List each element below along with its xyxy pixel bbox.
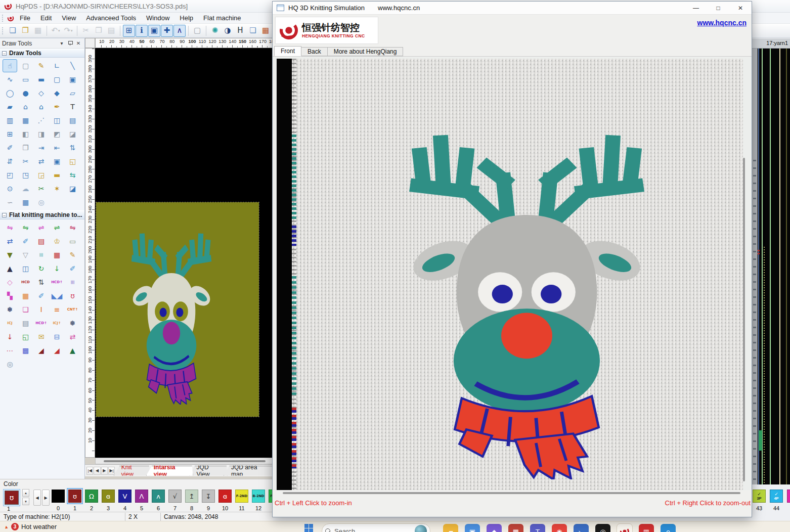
palette-color-2[interactable]: Ω2	[85, 490, 98, 511]
fill-gradient-tool[interactable]: ◩	[50, 127, 64, 141]
dashed-diagonal-tool[interactable]: ⋰	[34, 114, 49, 127]
transfer-back-tool[interactable]: ⇋	[18, 221, 33, 234]
palette-color-9[interactable]: ↧9	[202, 490, 215, 511]
menu-flat-machine[interactable]: Flat machine	[199, 13, 245, 23]
yarn-swatch-45[interactable]: ✓5P	[787, 490, 790, 503]
repeat-loop-tool[interactable]: ↻	[34, 262, 49, 275]
eraser-tool[interactable]: ◪	[65, 182, 80, 195]
diamond-pink-tool[interactable]: ◇	[3, 276, 17, 289]
parallelogram-filled-tool[interactable]: ▰	[3, 100, 17, 113]
magic-wand-tool[interactable]: ✶	[50, 182, 64, 195]
palette-color-12[interactable]: B-2ND12	[252, 490, 265, 511]
sim-tab-back[interactable]: Back	[301, 47, 328, 56]
step-dark-tool[interactable]: ◢	[34, 344, 49, 357]
transfer-swap-tool[interactable]: ⇋	[65, 221, 80, 234]
current-color-swatch[interactable]: ʊ	[5, 491, 19, 505]
palette-swatch-8[interactable]: ↥	[185, 490, 198, 503]
tab-nav-1[interactable]: ◀	[94, 467, 100, 475]
edit-sheet-tool[interactable]: ✎	[65, 248, 80, 261]
taskbar-icon-terminal[interactable]: ›_	[574, 524, 589, 532]
transfer-mixed-tool[interactable]: ⇌	[34, 221, 49, 234]
red-pattern-tool[interactable]: ▦	[50, 248, 64, 261]
t-shirt-tool[interactable]: ▽	[18, 248, 33, 261]
palette-swatch-0[interactable]	[52, 490, 65, 503]
pattern-area[interactable]	[96, 202, 259, 417]
copy-button[interactable]: ❐	[93, 25, 105, 37]
select-region-button[interactable]: ▢	[191, 25, 203, 37]
distribute-vertical-alt-tool[interactable]: ⇵	[3, 155, 17, 168]
tab-jqd-view[interactable]: JQD View	[189, 466, 228, 476]
four-square-grid-tool[interactable]: ⊞	[3, 127, 17, 141]
vertical-lines-tool[interactable]: ▥	[3, 114, 17, 127]
note-edit-tool[interactable]: ✉	[34, 330, 49, 343]
taskbar-icon-store[interactable]: ▣	[465, 524, 480, 532]
ramp-red-tool[interactable]: ◢	[50, 344, 64, 357]
menu-view[interactable]: View	[57, 13, 80, 23]
cut-button[interactable]: ✂	[80, 25, 92, 37]
palette-color-3[interactable]: ɞ3	[102, 490, 115, 511]
align-right-tool[interactable]: ⇤	[50, 141, 64, 154]
palette-swatch-4[interactable]: V	[118, 490, 131, 503]
taskbar-icon-camera[interactable]: ◎	[595, 524, 610, 532]
panel-menu-icon[interactable]: ▾	[58, 40, 66, 46]
tab-nav-3[interactable]: ▶|	[108, 467, 115, 475]
ellipse-outline-tool[interactable]: ◯	[3, 86, 17, 100]
blue-peaks-tool[interactable]: ◣◢	[50, 289, 64, 302]
palette-swatch-2[interactable]: Ω	[85, 490, 98, 503]
frame-right-tool[interactable]: ◳	[18, 168, 33, 182]
palette-color-5[interactable]: Λ5	[135, 490, 148, 511]
target-dial-tool[interactable]: ◎	[3, 358, 17, 371]
paste-button[interactable]: ▤	[105, 25, 117, 37]
download-green-tool[interactable]: ↓	[50, 262, 64, 275]
palette-swatch-3[interactable]: ɞ	[102, 490, 115, 503]
bed-links-tool[interactable]: ⊟	[50, 330, 64, 343]
gold-bar-tool[interactable]: ▬	[50, 168, 64, 182]
start-button[interactable]	[304, 524, 314, 532]
menubar-drag-handle[interactable]	[2, 15, 4, 22]
triple-columns-tool[interactable]: |||	[34, 248, 49, 261]
taskbar-icon-installer[interactable]: ▥	[639, 524, 654, 532]
crop-image-tool[interactable]: ✂	[34, 182, 49, 195]
paint-ball-tool[interactable]: ✐	[18, 235, 33, 248]
polygon-filled-tool[interactable]: ⌂	[34, 100, 49, 113]
palette-color-1[interactable]: ʊ1	[68, 490, 81, 511]
block-move-tool[interactable]: ◱	[18, 330, 33, 343]
eyedropper-tool[interactable]: ✒	[50, 100, 64, 113]
yarn-swatch-44[interactable]: ✓4P	[770, 490, 783, 503]
horizontal-bars-tool[interactable]: ▤	[65, 114, 80, 127]
palette-swatch-5[interactable]: Λ	[135, 490, 148, 503]
find-h-button[interactable]: H	[234, 25, 246, 37]
section-header-flat-machine[interactable]: –Flat knitting machine to...	[0, 210, 84, 219]
hand-tool[interactable]: ☝	[3, 59, 17, 72]
palette-swatch-9[interactable]: ↧	[202, 490, 215, 503]
zoom-search-tool[interactable]: ⊙	[3, 182, 17, 195]
palette-color-7[interactable]: √7	[168, 490, 182, 511]
maximize-button[interactable]: □	[707, 2, 729, 15]
icon-view-button[interactable]: ▣	[148, 25, 160, 37]
tab-nav-2[interactable]: ▶	[101, 467, 108, 475]
pin-icon[interactable]	[68, 41, 72, 46]
sim-content[interactable]	[273, 56, 752, 490]
i-beam-tool[interactable]: I	[34, 303, 49, 316]
list-orange-tool[interactable]: ≡	[50, 303, 64, 316]
palette-swatch-1[interactable]: ʊ	[68, 490, 81, 503]
palette-swatch-10[interactable]: ɞ	[218, 490, 232, 503]
cone-stack-tool[interactable]: ▲	[3, 262, 17, 275]
fill-solid-tool[interactable]: ◧	[18, 127, 33, 141]
dashed-select-tool[interactable]: ▩	[18, 344, 33, 357]
icj-tool[interactable]: ICJ	[3, 317, 17, 330]
sim-vertical-scrollbar[interactable]	[743, 158, 745, 481]
center-view-button[interactable]: ✚	[161, 25, 173, 37]
copy-pages-button[interactable]: ❏	[247, 25, 259, 37]
menu-window[interactable]: Window	[142, 13, 174, 23]
flower-dark-tool[interactable]: ❅	[65, 317, 80, 330]
knit-fabric-view[interactable]	[292, 59, 743, 490]
palette-prev-button[interactable]: ◀	[33, 490, 41, 506]
dot-grid-tool[interactable]: ▦	[18, 114, 33, 127]
collapse-icon[interactable]: –	[2, 213, 7, 217]
contrast-button[interactable]: ◑	[222, 25, 234, 37]
taskbar-icon-package[interactable]: ▦	[508, 524, 523, 532]
rounded-rect-filled-tool[interactable]: ▣	[65, 73, 80, 86]
canvas-horizontal-scrollbar[interactable]	[95, 458, 273, 464]
sim-tab-more-about-hengqiang[interactable]: More about HengQiang	[327, 47, 404, 56]
